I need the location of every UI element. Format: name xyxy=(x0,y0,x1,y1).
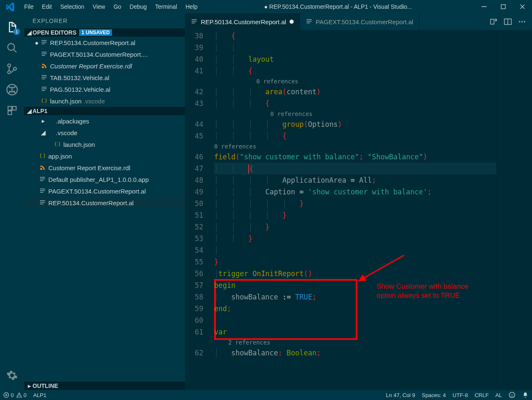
svg-point-18 xyxy=(511,394,512,395)
svg-point-14 xyxy=(524,21,525,22)
project-header[interactable]: ◢ ALP1 xyxy=(24,107,185,115)
project-tree-item[interactable]: Customer Report Exercise.rdl xyxy=(24,162,185,174)
minimap[interactable] xyxy=(497,30,532,390)
status-eol[interactable]: CRLF xyxy=(475,392,489,398)
vscode-logo-icon xyxy=(0,2,20,11)
project-tree-item[interactable]: PAGEXT.50134.CustomerReport.al xyxy=(24,185,185,197)
menu-selection[interactable]: Selection xyxy=(56,3,89,10)
status-project[interactable]: ALP1 xyxy=(33,392,47,398)
open-editor-item[interactable]: PAGEXT.50134.CustomerReport.... xyxy=(24,48,185,60)
open-editor-item[interactable]: PAG.50132.Vehicle.al xyxy=(24,83,185,95)
activity-settings-icon[interactable] xyxy=(0,365,24,386)
project-tree-item[interactable]: ▸.alpackages xyxy=(24,115,185,127)
editor-area: REP.50134.CustomerReport.al PAGEXT.50134… xyxy=(185,13,532,390)
project-tree-item[interactable]: Default publisher_ALP1_1.0.0.0.app xyxy=(24,174,185,185)
svg-rect-9 xyxy=(8,111,12,115)
open-editor-item[interactable]: Customer Report Exercise.rdl xyxy=(24,60,185,72)
sidebar: EXPLORER ◢ OPEN EDITORS 1 UNSAVED ●REP.5… xyxy=(24,13,185,390)
more-actions-icon[interactable] xyxy=(518,18,526,26)
status-language[interactable]: AL xyxy=(495,392,502,398)
svg-rect-10 xyxy=(491,19,494,24)
open-editor-item[interactable]: ●REP.50134.CustomerReport.al xyxy=(24,37,185,48)
tab-pagext-customer-report[interactable]: PAGEXT.50134.CustomerReport.al xyxy=(300,13,420,30)
code-editor[interactable]: 3839404142434445464748495051525354555657… xyxy=(185,30,532,390)
svg-point-3 xyxy=(8,64,11,67)
window-minimize-button[interactable] xyxy=(475,0,494,13)
status-errors[interactable]: 0 xyxy=(3,392,14,398)
menu-help[interactable]: Help xyxy=(181,3,202,10)
activity-explorer-badge: 1 xyxy=(13,28,20,35)
sidebar-title: EXPLORER xyxy=(24,13,185,28)
open-editors-header[interactable]: ◢ OPEN EDITORS 1 UNSAVED xyxy=(24,28,185,37)
split-editor-icon[interactable] xyxy=(504,18,512,26)
activity-explorer-icon[interactable]: 1 xyxy=(0,17,24,38)
svg-point-2 xyxy=(8,44,15,50)
svg-rect-1 xyxy=(501,5,505,9)
open-editor-item[interactable]: launch.json .vscode xyxy=(24,95,185,107)
compare-changes-icon[interactable] xyxy=(490,18,498,26)
activity-debug-icon[interactable] xyxy=(0,79,24,100)
window-close-button[interactable] xyxy=(513,0,532,13)
editor-tabs: REP.50134.CustomerReport.al PAGEXT.50134… xyxy=(185,13,532,30)
svg-rect-0 xyxy=(482,6,487,7)
svg-point-19 xyxy=(513,394,514,395)
svg-point-13 xyxy=(521,21,522,22)
tab-modified-dot-icon xyxy=(290,20,294,24)
project-tree-item[interactable]: launch.json xyxy=(24,138,185,150)
status-spaces[interactable]: Spaces: 4 xyxy=(422,392,446,398)
project-tree-item[interactable]: ◢.vscode xyxy=(24,127,185,138)
status-warnings[interactable]: 0 xyxy=(16,392,27,398)
activity-source-control-icon[interactable] xyxy=(0,58,24,79)
menu-view[interactable]: View xyxy=(88,3,109,10)
svg-point-12 xyxy=(519,21,520,22)
titlebar: File Edit Selection View Go Debug Termin… xyxy=(0,0,532,13)
menu-file[interactable]: File xyxy=(20,3,38,10)
status-ln-col[interactable]: Ln 47, Col 9 xyxy=(386,392,415,398)
svg-rect-7 xyxy=(8,106,12,110)
svg-point-4 xyxy=(8,71,11,74)
activity-search-icon[interactable] xyxy=(0,38,24,58)
svg-point-17 xyxy=(509,392,515,397)
svg-rect-8 xyxy=(12,106,16,110)
menu-edit[interactable]: Edit xyxy=(38,3,56,10)
status-bar: 0 0 ALP1 Ln 47, Col 9 Spaces: 4 UTF-8 CR… xyxy=(0,390,532,400)
status-bell-icon[interactable] xyxy=(522,392,529,398)
open-editor-item[interactable]: TAB.50132.Vehicle.al xyxy=(24,72,185,83)
menu-terminal[interactable]: Terminal xyxy=(151,3,181,10)
menu-go[interactable]: Go xyxy=(109,3,125,10)
unsaved-badge: 1 UNSAVED xyxy=(79,29,112,36)
status-feedback-icon[interactable] xyxy=(509,392,515,398)
tab-rep-customer-report[interactable]: REP.50134.CustomerReport.al xyxy=(185,13,300,30)
window-maximize-button[interactable] xyxy=(494,0,513,13)
outline-header[interactable]: ▸ OUTLINE xyxy=(24,382,185,390)
activity-bar: 1 xyxy=(0,13,24,390)
project-tree-item[interactable]: app.json xyxy=(24,150,185,162)
activity-extensions-icon[interactable] xyxy=(0,100,24,121)
menu-debug[interactable]: Debug xyxy=(125,3,151,10)
window-title: ● REP.50134.CustomerReport.al - ALP1 - V… xyxy=(202,3,475,10)
status-encoding[interactable]: UTF-8 xyxy=(452,392,468,398)
project-tree-item[interactable]: REP.50134.CustomerReport.al xyxy=(24,197,185,209)
